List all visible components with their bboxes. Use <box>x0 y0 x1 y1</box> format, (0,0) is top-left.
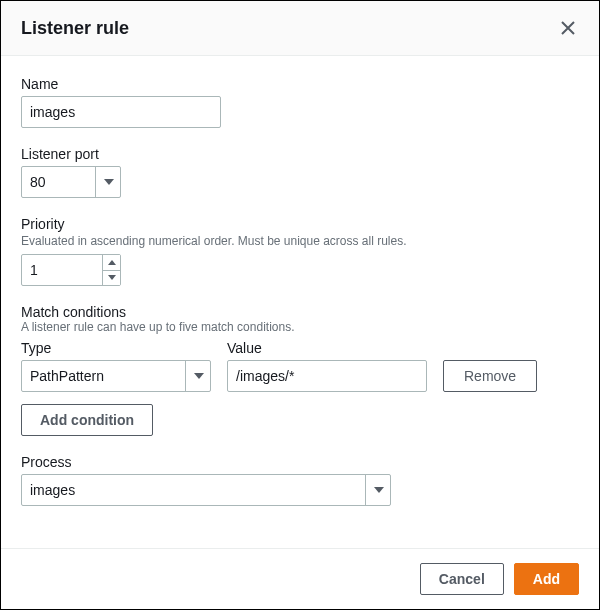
chevron-up-icon <box>108 260 116 265</box>
condition-value-label: Value <box>227 340 427 356</box>
condition-type-label: Type <box>21 340 211 356</box>
match-conditions-hint: A listener rule can have up to five matc… <box>21 320 579 334</box>
process-label: Process <box>21 454 579 470</box>
name-field-group: Name <box>21 76 579 128</box>
priority-hint: Evaluated in ascending numerical order. … <box>21 234 579 248</box>
match-conditions-title: Match conditions <box>21 304 579 320</box>
name-label: Name <box>21 76 579 92</box>
condition-type-col: Type PathPattern <box>21 340 211 392</box>
close-button[interactable] <box>557 17 579 39</box>
modal-footer: Cancel Add <box>1 548 599 609</box>
modal-header: Listener rule <box>1 1 599 56</box>
chevron-down-icon <box>108 275 116 280</box>
priority-decrement-button[interactable] <box>103 271 120 286</box>
priority-input-wrap <box>21 254 121 286</box>
condition-value-input[interactable] <box>227 360 427 392</box>
modal-body: Name Listener port 80 Priority Evaluated… <box>1 56 599 548</box>
remove-condition-button[interactable]: Remove <box>443 360 537 392</box>
condition-type-select[interactable]: PathPattern <box>21 360 211 392</box>
add-button[interactable]: Add <box>514 563 579 595</box>
match-conditions-group: Match conditions A listener rule can hav… <box>21 304 579 436</box>
process-field-group: Process images <box>21 454 579 506</box>
condition-row: Type PathPattern Value Remove <box>21 340 579 392</box>
condition-type-value: PathPattern <box>30 368 104 384</box>
modal-title: Listener rule <box>21 18 129 39</box>
listener-port-label: Listener port <box>21 146 579 162</box>
listener-port-select[interactable]: 80 <box>21 166 121 198</box>
cancel-button[interactable]: Cancel <box>420 563 504 595</box>
listener-port-field-group: Listener port 80 <box>21 146 579 198</box>
close-icon <box>561 21 575 35</box>
process-select[interactable]: images <box>21 474 391 506</box>
listener-port-value: 80 <box>30 174 46 190</box>
priority-field-group: Priority Evaluated in ascending numerica… <box>21 216 579 286</box>
priority-increment-button[interactable] <box>103 255 120 271</box>
add-condition-button[interactable]: Add condition <box>21 404 153 436</box>
listener-rule-modal: Listener rule Name Listener port 80 Prio… <box>0 0 600 610</box>
condition-remove-col: Remove <box>443 360 537 392</box>
condition-value-col: Value <box>227 340 427 392</box>
priority-label: Priority <box>21 216 579 232</box>
process-value: images <box>30 482 75 498</box>
name-input[interactable] <box>21 96 221 128</box>
priority-spinner <box>102 255 120 285</box>
